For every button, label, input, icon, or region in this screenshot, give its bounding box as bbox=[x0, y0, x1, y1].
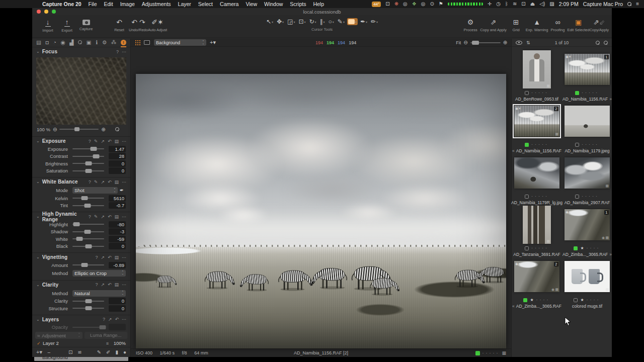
color-tag-green[interactable] bbox=[475, 351, 480, 355]
wb-eyedropper-icon[interactable]: ✒ bbox=[118, 188, 126, 193]
thumbnail-image[interactable] bbox=[514, 157, 559, 189]
focus-zoom-handle[interactable] bbox=[74, 127, 79, 131]
star-rating[interactable]: ★ bbox=[530, 298, 533, 302]
more-icon[interactable]: ⋯ bbox=[122, 255, 126, 260]
process-button[interactable]: ⚙ Process bbox=[461, 18, 480, 32]
undo-redo-button[interactable]: ↶ ↷ Undo/Redo bbox=[129, 18, 148, 32]
thumbnail-image[interactable]: ▦ bbox=[523, 206, 551, 244]
color-tag-green[interactable] bbox=[525, 143, 529, 147]
slider-handle[interactable] bbox=[85, 230, 91, 234]
thumbnail-cell[interactable]: ····· AD_Namibia_1179.jpeg bbox=[563, 102, 611, 153]
slider-track[interactable] bbox=[72, 170, 104, 171]
rating-dots[interactable]: ···· bbox=[587, 298, 601, 302]
layer-enabled-check-icon[interactable]: ✓ bbox=[37, 341, 43, 346]
color-tag-empty[interactable] bbox=[575, 195, 579, 199]
menu-image[interactable]: Image bbox=[120, 1, 135, 7]
color-tag-empty[interactable] bbox=[525, 246, 529, 250]
slider-handle[interactable] bbox=[85, 299, 92, 303]
more-icon[interactable]: ⋯ bbox=[122, 282, 126, 287]
rotate-tool[interactable]: ↻▾ bbox=[308, 17, 317, 26]
sort-icon[interactable]: ⇅ bbox=[526, 40, 530, 45]
extension-menulet-icon[interactable]: ❖ bbox=[412, 0, 417, 8]
mask-options-icon[interactable]: ≌ bbox=[77, 349, 82, 355]
preset-icon[interactable]: ▤ bbox=[114, 139, 119, 144]
pick-white-balance-tool[interactable]: ✒▾ bbox=[359, 17, 368, 26]
export-button[interactable]: ↑ Export bbox=[57, 18, 76, 33]
thumbnail-cell[interactable]: ▦ ····· AD_BenRowe_0953.tif bbox=[513, 50, 561, 102]
remove-layer-button[interactable]: − bbox=[47, 349, 50, 355]
help-icon[interactable]: ? bbox=[89, 179, 91, 185]
slider-value[interactable]: -3 bbox=[109, 228, 126, 235]
expand-variants-icon[interactable]: » bbox=[609, 252, 612, 257]
collapse-variants-icon[interactable]: « bbox=[512, 304, 515, 309]
slider-track[interactable] bbox=[72, 231, 104, 232]
copy-to-icon[interactable]: ↗ bbox=[101, 255, 105, 260]
tab-color-icon[interactable]: ◉ bbox=[60, 39, 65, 47]
thumbnail-name[interactable]: AD_Namibia_2907.RAF bbox=[565, 200, 610, 205]
rating-dots[interactable]: ···· bbox=[536, 298, 550, 302]
slider-value[interactable]: -0.7 bbox=[109, 202, 126, 209]
focus-preview[interactable] bbox=[36, 57, 126, 125]
menu-select[interactable]: Select bbox=[198, 1, 213, 7]
menu-layer[interactable]: Layer bbox=[178, 1, 191, 7]
vignetting-panel-header[interactable]: ⌄ Vignetting ? ↗ ↶ ▤ ⋯ bbox=[32, 253, 130, 261]
slider-track[interactable] bbox=[72, 148, 104, 149]
slider-track[interactable] bbox=[72, 246, 104, 247]
eraser-icon[interactable]: ✐ bbox=[106, 349, 110, 355]
wifi-icon[interactable]: ≋ bbox=[513, 0, 517, 8]
loupe-tool[interactable]: ◲▾ bbox=[286, 17, 296, 26]
single-view-icon[interactable] bbox=[144, 40, 150, 45]
pick-focus-point-icon[interactable] bbox=[115, 127, 119, 132]
thumbnail-name[interactable]: AD_Zimba..._3065.RAF bbox=[516, 304, 561, 309]
add-layer-quick-button[interactable]: +▾ bbox=[210, 39, 216, 46]
thumbnail-name[interactable]: AD_Namibia_1179.jpeg bbox=[565, 148, 609, 153]
rating-dots[interactable]: ····· bbox=[531, 194, 549, 199]
brush-icon[interactable]: ✎ bbox=[94, 139, 98, 144]
brush-icon[interactable]: ✎ bbox=[94, 179, 98, 185]
exposure-warning-button[interactable]: ▲ Exp. Warning bbox=[526, 18, 548, 32]
collapse-chevron-icon[interactable]: ⌄ bbox=[36, 283, 40, 287]
close-window-button[interactable] bbox=[37, 10, 41, 14]
thumbnail-name[interactable]: AD_BenRowe_0953.tif bbox=[515, 97, 558, 102]
thumbnail-cell[interactable]: ◉✕ 1 ····· AD_Namibia_1156.RAF» bbox=[563, 50, 611, 102]
flag-menulet-icon[interactable]: ⚑ bbox=[439, 0, 443, 8]
more-icon[interactable]: ⋯ bbox=[122, 317, 126, 322]
menu-camera[interactable]: Camera bbox=[220, 1, 238, 7]
tab-batch-icon[interactable]: ⁂ bbox=[111, 39, 117, 47]
slider-track[interactable] bbox=[72, 264, 104, 265]
alert-menulet-icon[interactable]: ⊙ bbox=[430, 0, 434, 8]
slider-track[interactable] bbox=[72, 238, 104, 239]
rating-dots[interactable]: ···· bbox=[587, 246, 601, 250]
more-icon[interactable]: ⋯ bbox=[122, 139, 126, 144]
collapse-chevron-icon[interactable]: ⌄ bbox=[36, 139, 40, 143]
color-tag-empty[interactable] bbox=[525, 91, 529, 95]
volume-icon[interactable]: ◁) bbox=[539, 0, 545, 8]
help-icon[interactable]: ? bbox=[95, 255, 98, 260]
add-layer-button[interactable]: +▾ bbox=[36, 349, 42, 355]
color-tag-green[interactable] bbox=[575, 91, 579, 95]
color-tag-green[interactable] bbox=[574, 246, 578, 250]
rating-dots[interactable]: ····· bbox=[582, 90, 599, 95]
reset-button[interactable]: ↶ Reset bbox=[110, 18, 129, 32]
more-icon[interactable]: ⋯ bbox=[122, 49, 126, 54]
expand-variants-icon[interactable]: » bbox=[609, 97, 612, 102]
layers-panel-header[interactable]: ⌄ Layers ? ↗ ↶ ⋯ bbox=[32, 315, 130, 324]
pan-tool[interactable]: ✥▾ bbox=[276, 17, 285, 26]
slider-track[interactable] bbox=[72, 224, 104, 225]
slider-handle[interactable] bbox=[90, 147, 97, 151]
copy-and-apply-button[interactable]: ⇗ Copy and Apply bbox=[480, 18, 507, 32]
clarity-panel-header[interactable]: ⌄ Clarity ? ↗ ↶ ▤ ⋯ bbox=[32, 281, 130, 289]
at-menulet-icon[interactable]: ◎ bbox=[403, 0, 408, 8]
thumbnail-name[interactable]: AD_Namibia_1179R_lg.jpg bbox=[511, 200, 562, 205]
collapse-variants-icon[interactable]: « bbox=[512, 148, 515, 153]
display-menulet-icon[interactable]: ⊡ bbox=[385, 0, 389, 8]
thumbnail-image[interactable]: ▦ bbox=[565, 261, 610, 292]
menu-app[interactable]: Capture One 20 bbox=[42, 1, 82, 7]
tab-quick-selected[interactable]: ! bbox=[121, 39, 126, 47]
apply-adjustments-tool[interactable]: ✏▾ bbox=[370, 17, 379, 26]
zoom-out-icon[interactable]: ⊖ bbox=[53, 127, 57, 132]
help-icon[interactable]: ? bbox=[89, 139, 91, 144]
fit-select[interactable]: Fit bbox=[456, 40, 461, 45]
search-icon[interactable] bbox=[596, 41, 600, 45]
grid-button[interactable]: ⊞ Grid bbox=[507, 18, 526, 32]
